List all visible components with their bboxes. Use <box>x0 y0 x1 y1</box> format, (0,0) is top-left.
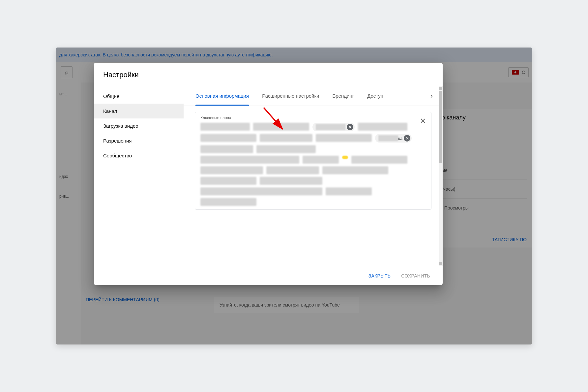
keyword-chip <box>200 145 253 153</box>
keyword-chip <box>358 123 407 131</box>
tab-branding[interactable]: Брендинг <box>332 86 354 106</box>
settings-sidebar: Общие Канал Загрузка видео Разрешения Со… <box>94 86 184 266</box>
keyword-chip[interactable]: ✕ <box>312 123 355 131</box>
save-button[interactable]: СОХРАНИТЬ <box>399 271 432 281</box>
dialog-body: Общие Канал Загрузка видео Разрешения Со… <box>94 86 443 266</box>
dialog-title: Настройки <box>103 71 433 79</box>
close-icon[interactable]: ✕ <box>420 117 426 125</box>
keyword-chip <box>200 198 256 206</box>
keyword-chip <box>260 177 322 185</box>
keyword-chip <box>266 166 319 174</box>
chip-remove-icon[interactable]: ✕ <box>404 135 410 142</box>
keyword-chip <box>200 166 263 174</box>
tab-content: Ключевые слова ✕ ✕ ка✕ <box>184 106 443 266</box>
tab-access[interactable]: Доступ <box>367 86 383 106</box>
tabs-row: Основная информация Расширенные настройк… <box>184 86 443 106</box>
dialog-footer: ЗАКРЫТЬ СОХРАНИТЬ <box>94 266 443 285</box>
scrollbar[interactable] <box>439 86 443 266</box>
scroll-arrow-up-icon[interactable] <box>439 87 442 90</box>
chip-remove-icon[interactable]: ✕ <box>347 124 353 130</box>
keywords-field[interactable]: Ключевые слова ✕ ✕ ка✕ <box>195 112 431 210</box>
keyword-chip <box>200 177 256 185</box>
chip-text: ка <box>398 136 402 141</box>
keyword-chip <box>256 145 316 153</box>
sidebar-item-community[interactable]: Сообщество <box>94 148 184 163</box>
yellow-highlight <box>342 156 348 159</box>
keyword-chip <box>303 156 339 164</box>
keyword-chip <box>200 134 256 142</box>
keywords-label: Ключевые слова <box>200 115 415 120</box>
keyword-chip <box>351 156 407 164</box>
sidebar-item-general[interactable]: Общие <box>94 89 184 104</box>
close-button[interactable]: ЗАКРЫТЬ <box>367 271 393 281</box>
keyword-chip[interactable]: ка✕ <box>375 134 412 143</box>
keyword-chip <box>200 123 250 131</box>
keyword-chip <box>200 187 322 195</box>
screenshot-frame: для хакерских атак. В целях безопасности… <box>56 48 532 344</box>
tab-advanced[interactable]: Расширенные настройки <box>262 86 319 106</box>
sidebar-item-upload[interactable]: Загрузка видео <box>94 118 184 133</box>
keyword-chip <box>253 123 309 131</box>
keyword-chip <box>316 134 372 142</box>
dialog-main: Основная информация Расширенные настройк… <box>184 86 443 266</box>
keyword-chips: ✕ ка✕ <box>200 123 415 206</box>
dialog-header: Настройки <box>94 63 443 86</box>
tab-basic-info[interactable]: Основная информация <box>195 86 249 106</box>
keyword-chip <box>260 134 312 142</box>
keyword-chip <box>326 187 372 195</box>
scroll-thumb[interactable] <box>439 91 442 163</box>
scroll-arrow-down-icon[interactable] <box>439 262 442 265</box>
sidebar-item-channel[interactable]: Канал <box>94 104 184 118</box>
keyword-chip <box>322 166 388 174</box>
settings-dialog: Настройки Общие Канал Загрузка видео Раз… <box>94 63 443 285</box>
chevron-right-icon[interactable]: › <box>430 92 433 100</box>
sidebar-item-permissions[interactable]: Разрешения <box>94 133 184 148</box>
keyword-chip <box>200 156 299 164</box>
